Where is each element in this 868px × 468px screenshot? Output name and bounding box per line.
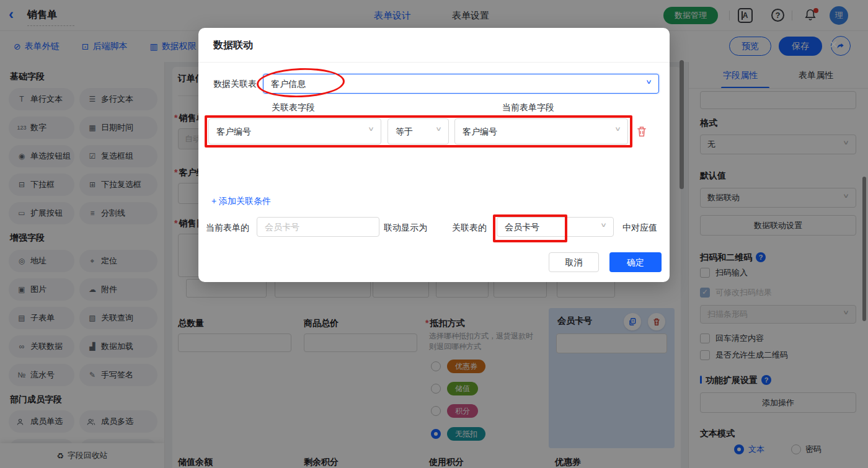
current-field-input[interactable]: 会员卡号 <box>257 217 379 237</box>
condition-right-value: 客户编号 <box>463 126 497 136</box>
confirm-button[interactable]: 确定 <box>609 252 662 272</box>
related-field-select[interactable]: 会员卡号 ∨ <box>497 217 614 237</box>
plus-icon: + <box>211 196 216 206</box>
add-condition-link[interactable]: + 添加关联条件 <box>211 196 271 207</box>
condition-operator-value: 等于 <box>396 126 413 136</box>
condition-right-field-select[interactable]: 客户编号 ∨ <box>454 118 628 144</box>
related-field-value: 会员卡号 <box>505 222 539 232</box>
data-linkage-modal: 数据联动 × 数据关联表 客户信息 ∨ 关联表字段 当前表单字段 客户编号 ∨ … <box>198 28 670 282</box>
close-icon[interactable]: × <box>830 37 838 53</box>
add-condition-label: 添加关联条件 <box>219 196 271 206</box>
chevron-down-icon: ∨ <box>600 219 607 231</box>
relation-table-label: 数据关联表 <box>213 79 257 90</box>
cancel-button[interactable]: 取消 <box>549 252 599 272</box>
relation-table-value: 客户信息 <box>271 79 306 89</box>
delete-condition-icon[interactable] <box>636 125 648 138</box>
app-root: ‹ 销售单 表单设计 表单设置 数据管理 A ? 理 ⊘表单外链 ⊡后端脚本 ▥… <box>0 0 868 468</box>
condition-left-value: 客户编号 <box>216 126 251 136</box>
condition-operator-select[interactable]: 等于 ∨ <box>388 118 449 144</box>
chevron-down-icon: ∨ <box>435 121 442 137</box>
related-table-label: 关联表的 <box>452 223 487 234</box>
relation-table-select[interactable]: 客户信息 ∨ <box>263 74 659 94</box>
column-header-current-field: 当前表单字段 <box>502 102 554 113</box>
chevron-down-icon: ∨ <box>614 121 621 137</box>
column-header-related-field: 关联表字段 <box>272 102 315 113</box>
suffix-label: 中对应值 <box>622 223 657 234</box>
modal-header-divider <box>198 62 670 63</box>
show-as-label: 联动显示为 <box>384 223 427 234</box>
current-form-label: 当前表单的 <box>206 223 249 234</box>
modal-title: 数据联动 <box>213 39 253 52</box>
condition-left-field-select[interactable]: 客户编号 ∨ <box>208 118 381 144</box>
chevron-down-icon: ∨ <box>368 121 374 137</box>
chevron-down-icon: ∨ <box>645 76 652 88</box>
